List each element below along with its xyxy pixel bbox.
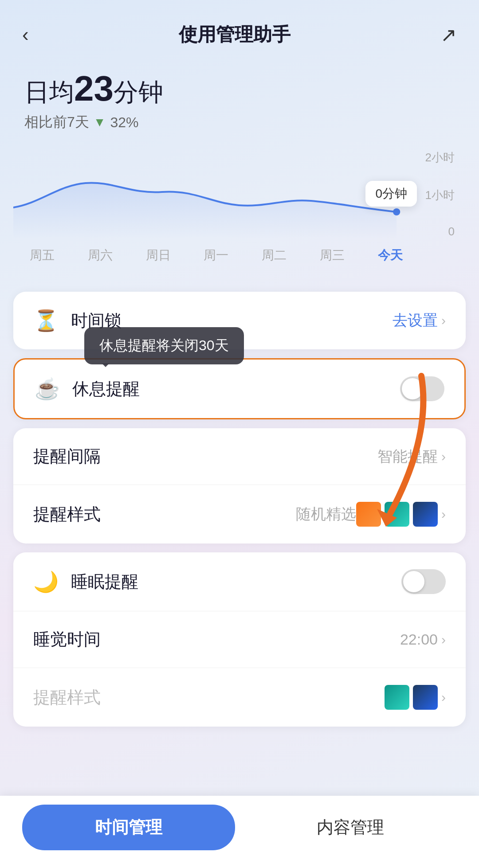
stats-sub: 相比前7天 ▼ 32% bbox=[24, 113, 455, 132]
tooltip-popup: 休息提醒将关闭30天 bbox=[84, 327, 244, 364]
x-label-tue: 周二 bbox=[262, 247, 287, 264]
reminder-style-value: 随机精选 bbox=[296, 504, 356, 524]
chart-x-labels: 周五 周六 周日 周一 周二 周三 今天 bbox=[13, 247, 455, 264]
share-button[interactable]: ↗ bbox=[440, 23, 457, 46]
stats-change: 32% bbox=[110, 114, 139, 131]
page-title: 使用管理助手 bbox=[179, 22, 291, 47]
sleep-style-label: 提醒样式 bbox=[33, 686, 385, 709]
sleep-reminder-label: 睡眠提醒 bbox=[71, 571, 401, 593]
sleep-time-row[interactable]: 睡觉时间 22:00 › bbox=[13, 611, 466, 668]
y-label-bottom: 0 bbox=[425, 225, 455, 239]
time-lock-chevron-icon: › bbox=[441, 313, 446, 328]
reminder-style-chevron-icon: › bbox=[441, 507, 446, 522]
x-label-wed: 周三 bbox=[320, 247, 345, 264]
chart-container: 2小时 1小时 0 0分钟 周五 周六 周日 周一 周二 周三 今天 bbox=[13, 150, 455, 274]
bottom-tabs: 时间管理 内容管理 bbox=[0, 796, 479, 868]
reminder-style-row[interactable]: 提醒样式 随机精选 › bbox=[13, 485, 466, 543]
rest-reminder-toggle[interactable] bbox=[400, 376, 444, 401]
chart-tooltip: 0分钟 bbox=[365, 181, 417, 207]
trend-down-icon: ▼ bbox=[94, 115, 106, 129]
sleep-style-chevron-icon: › bbox=[441, 690, 446, 705]
thumb-2 bbox=[385, 502, 409, 527]
sleep-thumb-1 bbox=[385, 685, 409, 710]
back-button[interactable]: ‹ bbox=[22, 23, 29, 46]
reminder-interval-row[interactable]: 提醒间隔 智能提醒 › bbox=[13, 428, 466, 485]
x-label-mon: 周一 bbox=[204, 247, 228, 264]
time-lock-value: 去设置 bbox=[393, 310, 438, 331]
tab-time-management[interactable]: 时间管理 bbox=[22, 805, 235, 850]
x-label-today: 今天 bbox=[378, 247, 403, 264]
chart-line bbox=[13, 150, 419, 239]
reminder-interval-value: 智能提醒 bbox=[377, 446, 438, 467]
stats-section: 日均23分钟 相比前7天 ▼ 32% bbox=[0, 56, 479, 137]
thumb-3 bbox=[413, 502, 438, 527]
thumb-1 bbox=[356, 502, 381, 527]
sleep-time-chevron-icon: › bbox=[441, 632, 446, 647]
cards-section: ⏳ 时间锁 去设置 › 休息提醒将关闭30天 ☕ 休息提醒 bbox=[0, 274, 479, 735]
y-label-top: 2小时 bbox=[425, 150, 455, 165]
reminder-style-thumbs bbox=[356, 502, 438, 527]
sleep-reminder-row[interactable]: 🌙 睡眠提醒 bbox=[13, 552, 466, 611]
sleep-time-label: 睡觉时间 bbox=[33, 628, 400, 651]
reminder-settings-card: 提醒间隔 智能提醒 › 提醒样式 随机精选 › bbox=[13, 428, 466, 543]
tab-content-management[interactable]: 内容管理 bbox=[244, 805, 457, 850]
time-lock-icon: ⏳ bbox=[33, 309, 59, 332]
svg-point-0 bbox=[393, 208, 400, 215]
y-label-mid: 1小时 bbox=[425, 188, 455, 203]
stats-prefix: 日均 bbox=[24, 78, 74, 106]
stats-compare: 相比前7天 bbox=[24, 113, 89, 132]
stats-number: 23 bbox=[74, 69, 114, 108]
sleep-time-value: 22:00 bbox=[400, 631, 438, 648]
rest-reminder-label: 休息提醒 bbox=[72, 378, 400, 400]
reminder-style-label: 提醒样式 bbox=[33, 503, 296, 526]
x-label-sun: 周日 bbox=[146, 247, 171, 264]
sleep-style-thumbs bbox=[385, 685, 438, 710]
sleep-thumb-2 bbox=[413, 685, 438, 710]
sleep-reminder-icon: 🌙 bbox=[33, 570, 59, 594]
rest-reminder-card: ☕ 休息提醒 bbox=[13, 358, 466, 419]
x-label-sat: 周六 bbox=[88, 247, 113, 264]
stats-suffix: 分钟 bbox=[114, 78, 163, 106]
sleep-reminder-card: 🌙 睡眠提醒 睡觉时间 22:00 › 提醒样式 › bbox=[13, 552, 466, 727]
sleep-reminder-toggle[interactable] bbox=[401, 569, 446, 594]
stats-main: 日均23分钟 bbox=[24, 69, 455, 108]
rest-reminder-icon: ☕ bbox=[35, 377, 60, 401]
chart-y-labels: 2小时 1小时 0 bbox=[425, 150, 455, 239]
x-label-fri: 周五 bbox=[30, 247, 55, 264]
sleep-style-row[interactable]: 提醒样式 › bbox=[13, 668, 466, 727]
rest-reminder-section: 休息提醒将关闭30天 ☕ 休息提醒 bbox=[13, 358, 466, 419]
rest-reminder-row[interactable]: ☕ 休息提醒 bbox=[15, 360, 464, 418]
header: ‹ 使用管理助手 ↗ bbox=[0, 0, 479, 56]
reminder-interval-label: 提醒间隔 bbox=[33, 445, 377, 468]
reminder-interval-chevron-icon: › bbox=[441, 449, 446, 464]
